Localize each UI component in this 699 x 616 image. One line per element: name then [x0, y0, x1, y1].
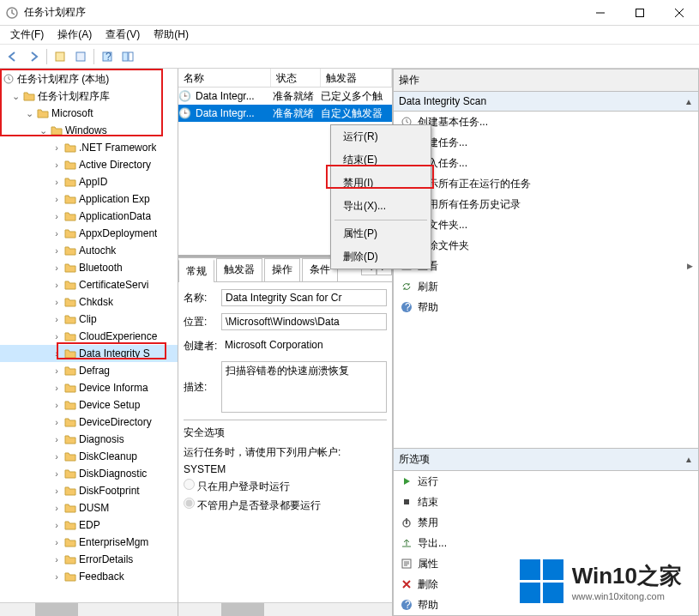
tree-folder[interactable]: ›Device Setup — [0, 396, 178, 414]
task-row[interactable]: 🕒 Data Integr... 准备就绪 自定义触发器 — [178, 105, 392, 122]
minimize-button[interactable] — [581, 0, 620, 26]
tree-folder[interactable]: ›Data Integrity S — [0, 345, 178, 362]
tree-folder[interactable]: ›Application Exp — [0, 190, 178, 208]
expand-icon[interactable]: › — [50, 383, 63, 393]
expand-icon[interactable]: › — [50, 280, 63, 290]
tree-folder[interactable]: ›AppxDeployment — [0, 225, 178, 242]
tree-folder[interactable]: ›Diagnosis — [0, 431, 178, 448]
expand-icon[interactable]: › — [50, 434, 63, 444]
tree-folder[interactable]: ›DiskDiagnostic — [0, 465, 178, 482]
tab-actions[interactable]: 操作 — [264, 258, 300, 281]
action-newf[interactable]: 新文件夹... — [394, 214, 698, 235]
expand-icon[interactable]: › — [50, 211, 63, 221]
task-row[interactable]: 🕒 Data Integr... 准备就绪 已定义多个触 — [178, 88, 392, 105]
tab-triggers[interactable]: 触发器 — [216, 258, 262, 281]
action-run[interactable]: 运行 — [394, 471, 698, 492]
expand-icon[interactable]: › — [50, 177, 63, 187]
collapse-icon[interactable]: ▲ — [684, 97, 693, 106]
expand-icon[interactable]: ⌄ — [9, 91, 22, 102]
tree-folder[interactable]: ›.NET Framework — [0, 139, 178, 156]
action-end[interactable]: 结束 — [394, 492, 698, 512]
expand-icon[interactable]: › — [50, 417, 63, 427]
expand-icon[interactable]: › — [50, 263, 63, 273]
expand-icon[interactable]: ⌄ — [36, 125, 50, 136]
tab-general[interactable]: 常规 — [178, 259, 214, 282]
tool-properties[interactable] — [71, 47, 90, 66]
ctx-run[interactable]: 运行(R) — [331, 125, 431, 148]
ctx-end[interactable]: 结束(E) — [331, 148, 431, 172]
expand-icon[interactable]: › — [50, 520, 63, 530]
expand-icon[interactable]: › — [50, 348, 63, 359]
tool-new[interactable] — [51, 47, 69, 66]
tree-folder[interactable]: ›Chkdsk — [0, 293, 178, 311]
expand-icon[interactable]: ⌄ — [22, 108, 36, 119]
expand-icon[interactable]: › — [50, 451, 63, 462]
col-name[interactable]: 名称 — [178, 69, 271, 87]
tree-folder[interactable]: ›Defrag — [0, 362, 178, 379]
action-export[interactable]: 导出... — [394, 533, 698, 553]
actions-section-title2[interactable]: 所选项 ▲ — [393, 449, 699, 471]
expand-icon[interactable]: › — [50, 554, 63, 565]
forward-button[interactable] — [24, 47, 43, 66]
expand-icon[interactable]: › — [50, 468, 63, 479]
ctx-delete[interactable]: 删除(D) — [331, 245, 431, 269]
tree-folder[interactable]: ›Active Directory — [0, 156, 178, 173]
action-delf[interactable]: 删除文件夹 — [394, 235, 698, 256]
expand-icon[interactable]: › — [50, 297, 63, 307]
tree-folder[interactable]: ›Feedback — [0, 568, 178, 585]
expand-icon[interactable]: › — [50, 228, 63, 239]
expand-icon[interactable]: › — [50, 331, 63, 341]
action-task[interactable]: 创建任务... — [394, 132, 698, 153]
scrollbar-horizontal[interactable] — [178, 602, 392, 616]
expand-icon[interactable]: › — [50, 194, 63, 204]
tree-folder[interactable]: ›DiskCleanup — [0, 448, 178, 465]
tree-folder[interactable]: ›Clip — [0, 311, 178, 328]
tree-folder[interactable]: ›AppID — [0, 173, 178, 190]
menu-view[interactable]: 查看(V) — [99, 26, 147, 44]
menu-action[interactable]: 操作(A) — [51, 26, 99, 44]
actions-section-title[interactable]: Data Integrity Scan ▲ — [393, 92, 699, 112]
ctx-disable[interactable]: 禁用(I) — [331, 172, 431, 195]
ctx-properties[interactable]: 属性(P) — [331, 222, 431, 245]
expand-icon[interactable]: › — [50, 314, 63, 324]
collapse-icon[interactable]: ▲ — [684, 455, 693, 464]
expand-icon[interactable]: › — [50, 486, 63, 496]
tree-folder[interactable]: ›EnterpriseMgm — [0, 534, 178, 551]
maximize-button[interactable] — [620, 0, 660, 26]
close-button[interactable] — [660, 0, 699, 26]
action-help[interactable]: ?帮助 — [394, 297, 698, 317]
action-import[interactable]: 导入任务... — [394, 153, 698, 173]
action-enable[interactable]: 启用所有任务历史记录 — [394, 194, 698, 214]
tree-folder[interactable]: ›DiskFootprint — [0, 482, 178, 499]
col-status[interactable]: 状态 — [271, 69, 321, 87]
expand-icon[interactable]: › — [50, 537, 63, 547]
tree-root[interactable]: 任务计划程序 (本地) — [0, 70, 178, 88]
expand-icon[interactable]: › — [50, 571, 63, 582]
back-button[interactable] — [3, 47, 22, 66]
action-task[interactable]: 创建基本任务... — [394, 112, 698, 132]
tree-folder[interactable]: ›DUSM — [0, 499, 178, 516]
tool-help[interactable]: ? — [98, 47, 117, 66]
tree-pane[interactable]: 任务计划程序 (本地) ⌄ 任务计划程序库 ⌄ Microsoft ⌄ Wind… — [0, 69, 178, 616]
menu-help[interactable]: 帮助(H) — [147, 26, 196, 44]
expand-icon[interactable]: › — [50, 142, 63, 153]
menu-file[interactable]: 文件(F) — [3, 26, 51, 44]
tree-folder[interactable]: ›ApplicationData — [0, 208, 178, 225]
radio-always[interactable]: 不管用户是否登录都要运行 — [184, 499, 321, 511]
col-trigger[interactable]: 触发器 — [321, 69, 392, 87]
expand-icon[interactable]: › — [50, 245, 63, 256]
tree-folder[interactable]: ›Bluetooth — [0, 259, 178, 276]
expand-icon[interactable]: › — [50, 160, 63, 170]
tree-folder[interactable]: ›DeviceDirectory — [0, 414, 178, 431]
ctx-export[interactable]: 导出(X)... — [331, 195, 431, 218]
tree-folder[interactable]: ›Autochk — [0, 242, 178, 259]
expand-icon[interactable]: › — [50, 400, 63, 410]
expand-icon[interactable]: › — [50, 365, 63, 376]
tree-windows[interactable]: ⌄ Windows — [0, 122, 178, 139]
tree-library[interactable]: ⌄ 任务计划程序库 — [0, 88, 178, 105]
tool-preview[interactable] — [118, 47, 137, 66]
tree-folder[interactable]: ›Device Informa — [0, 379, 178, 396]
tree-folder[interactable]: ›CertificateServi — [0, 276, 178, 293]
action-disable[interactable]: 禁用 — [394, 512, 698, 533]
action-refresh[interactable]: 刷新 — [394, 276, 698, 297]
